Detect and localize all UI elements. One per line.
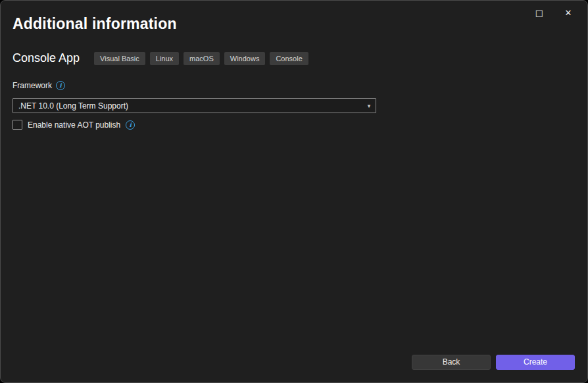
additional-information-dialog: □ ✕ Additional information Console App V… bbox=[0, 0, 588, 383]
tag-visual-basic: Visual Basic bbox=[94, 52, 145, 65]
aot-info-icon[interactable]: i bbox=[126, 120, 135, 130]
page-title: Additional information bbox=[12, 15, 177, 33]
back-button[interactable]: Back bbox=[412, 355, 491, 370]
tag-console: Console bbox=[270, 52, 308, 65]
project-tags: Visual Basic Linux macOS Windows Console bbox=[94, 52, 308, 65]
framework-label-row: Framework i bbox=[12, 81, 65, 90]
project-row: Console App Visual Basic Linux macOS Win… bbox=[12, 51, 308, 65]
framework-label: Framework bbox=[12, 81, 52, 90]
close-button[interactable]: ✕ bbox=[556, 5, 581, 22]
framework-info-icon[interactable]: i bbox=[56, 81, 65, 90]
framework-dropdown[interactable]: .NET 10.0 (Long Term Support) ▾ bbox=[12, 98, 376, 113]
aot-checkbox-row: Enable native AOT publish i bbox=[12, 120, 135, 130]
maximize-icon: □ bbox=[535, 8, 543, 18]
close-icon: ✕ bbox=[565, 8, 572, 18]
project-type-title: Console App bbox=[12, 51, 80, 65]
create-button[interactable]: Create bbox=[496, 355, 575, 370]
footer: Back Create bbox=[412, 355, 575, 370]
chevron-down-icon: ▾ bbox=[362, 103, 376, 109]
titlebar-buttons: □ ✕ bbox=[527, 5, 581, 22]
tag-linux: Linux bbox=[150, 52, 179, 65]
aot-checkbox[interactable] bbox=[12, 120, 22, 130]
aot-checkbox-label[interactable]: Enable native AOT publish bbox=[28, 120, 120, 130]
framework-selected-value: .NET 10.0 (Long Term Support) bbox=[13, 101, 362, 111]
tag-windows: Windows bbox=[224, 52, 266, 65]
tag-macos: macOS bbox=[184, 52, 220, 65]
maximize-button[interactable]: □ bbox=[527, 5, 552, 22]
